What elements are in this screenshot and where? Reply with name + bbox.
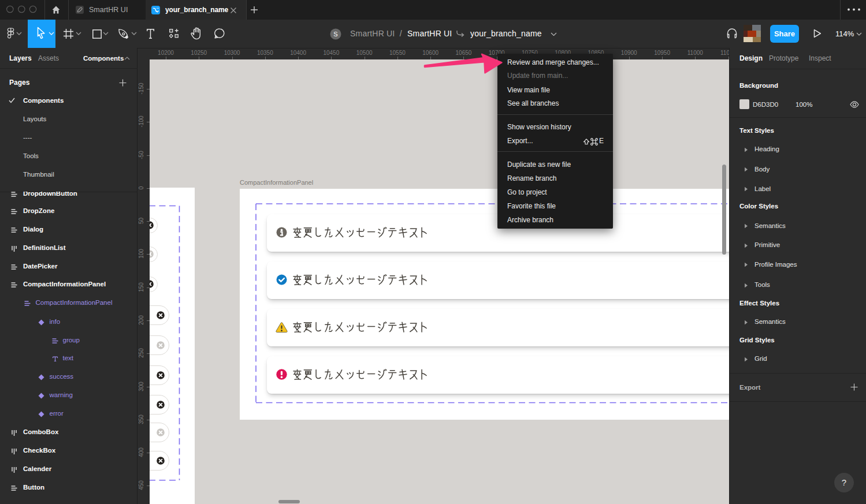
svg-text:S: S — [333, 31, 337, 38]
